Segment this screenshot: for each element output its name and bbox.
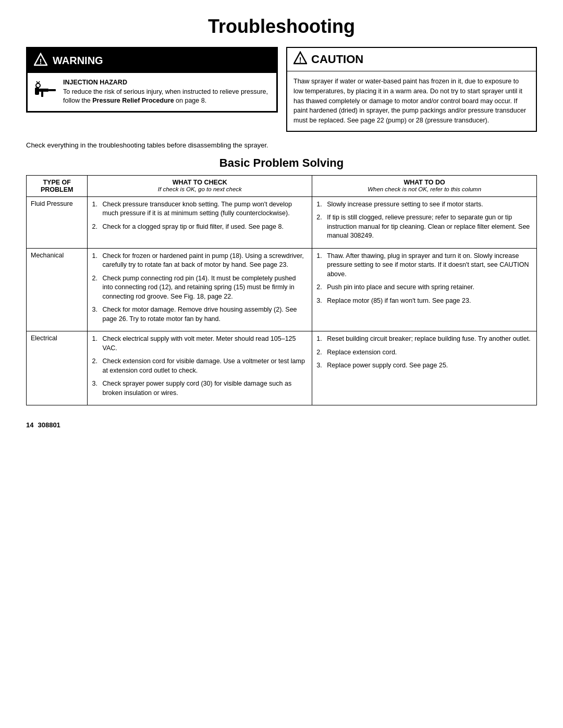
- warning-header-label: WARNING: [53, 55, 103, 67]
- do-item: 3.Replace motor (85) if fan won't turn. …: [316, 297, 532, 306]
- check-cell: 1.Check pressure transducer knob setting…: [88, 196, 312, 248]
- table-row: Electrical 1.Check electrical supply wit…: [27, 331, 537, 405]
- problem-table: TYPE OFPROBLEM WHAT TO CHECK If check is…: [26, 175, 537, 406]
- svg-point-6: [36, 83, 40, 88]
- problem-type: Fluid Pressure: [27, 196, 88, 248]
- check-item: 1.Check pressure transducer knob setting…: [92, 200, 308, 218]
- col-header-type: TYPE OFPROBLEM: [27, 175, 88, 196]
- injection-hazard-body: To reduce the risk of serious injury, wh…: [63, 88, 270, 106]
- svg-rect-3: [39, 89, 48, 92]
- table-header-row: TYPE OFPROBLEM WHAT TO CHECK If check is…: [27, 175, 537, 196]
- problem-type: Electrical: [27, 331, 88, 405]
- col-header-do: WHAT TO DO When check is not OK, refer t…: [312, 175, 537, 196]
- do-item: 1.Reset building circuit breaker; replac…: [316, 335, 532, 344]
- check-item: 2.Check extension cord for visible damag…: [92, 357, 308, 375]
- footer-page-num: 14: [26, 421, 33, 429]
- caution-header: ! CAUTION: [287, 48, 536, 71]
- check-item: 2.Check pump connecting rod pin (14). It…: [92, 274, 308, 302]
- svg-rect-4: [48, 89, 56, 91]
- caution-box: ! CAUTION Thaw sprayer if water or water…: [286, 47, 537, 132]
- check-item: 3.Check for motor damage. Remove drive h…: [92, 305, 308, 324]
- caution-body: Thaw sprayer if water or water-based pai…: [287, 71, 536, 131]
- check-item: 1.Check for frozen or hardened paint in …: [92, 252, 308, 270]
- caution-triangle-icon: !: [293, 51, 307, 68]
- check-item: 2.Check for a clogged spray tip or fluid…: [92, 223, 308, 232]
- svg-text:!: !: [40, 57, 42, 66]
- do-item: 2.Replace extension cord.: [316, 348, 532, 357]
- do-cell: 1.Slowly increase pressure setting to se…: [312, 196, 537, 248]
- col-header-check: WHAT TO CHECK If check is OK, go to next…: [88, 175, 312, 196]
- caution-header-label: CAUTION: [311, 53, 363, 66]
- svg-text:!: !: [299, 56, 302, 64]
- table-row: Mechanical 1.Check for frozen or hardene…: [27, 248, 537, 331]
- check-item: 1.Check electrical supply with volt mete…: [92, 335, 308, 353]
- do-item: 1.Thaw. After thawing, plug in sprayer a…: [316, 252, 532, 279]
- problem-type: Mechanical: [27, 248, 88, 331]
- warning-triangle-icon: !: [34, 53, 47, 69]
- page-footer: 14 308801: [26, 421, 537, 429]
- do-item: 3.Replace power supply cord. See page 25…: [316, 361, 532, 371]
- warning-box: ! WARNING INJECTION HAZARD: [26, 47, 278, 113]
- section-title: Basic Problem Solving: [26, 156, 537, 170]
- warning-body: INJECTION HAZARD To reduce the risk of s…: [28, 73, 276, 111]
- svg-rect-5: [41, 92, 43, 97]
- check-item: 3.Check sprayer power supply cord (30) f…: [92, 379, 308, 398]
- injection-hazard-title: INJECTION HAZARD: [63, 78, 270, 88]
- check-cell: 1.Check for frozen or hardened paint in …: [88, 248, 312, 331]
- check-cell: 1.Check electrical supply with volt mete…: [88, 331, 312, 405]
- do-item: 2.If tip is still clogged, relieve press…: [316, 213, 532, 241]
- do-cell: 1.Thaw. After thawing, plug in sprayer a…: [312, 248, 537, 331]
- warning-header: ! WARNING: [28, 48, 276, 73]
- warning-text: INJECTION HAZARD To reduce the risk of s…: [63, 78, 270, 106]
- do-item: 2.Push pin into place and secure with sp…: [316, 283, 532, 292]
- footer-doc-num: 308801: [38, 421, 60, 429]
- intro-text: Check everything in the troubleshooting …: [26, 141, 537, 149]
- table-row: Fluid Pressure 1.Check pressure transduc…: [27, 196, 537, 248]
- table-body: Fluid Pressure 1.Check pressure transduc…: [27, 196, 537, 405]
- injection-hazard-icon: [34, 78, 58, 102]
- top-boxes: ! WARNING INJECTION HAZARD: [26, 47, 537, 132]
- do-cell: 1.Reset building circuit breaker; replac…: [312, 331, 537, 405]
- svg-rect-2: [35, 88, 39, 95]
- page-title: Troubleshooting: [26, 16, 537, 38]
- do-item: 1.Slowly increase pressure setting to se…: [316, 200, 532, 209]
